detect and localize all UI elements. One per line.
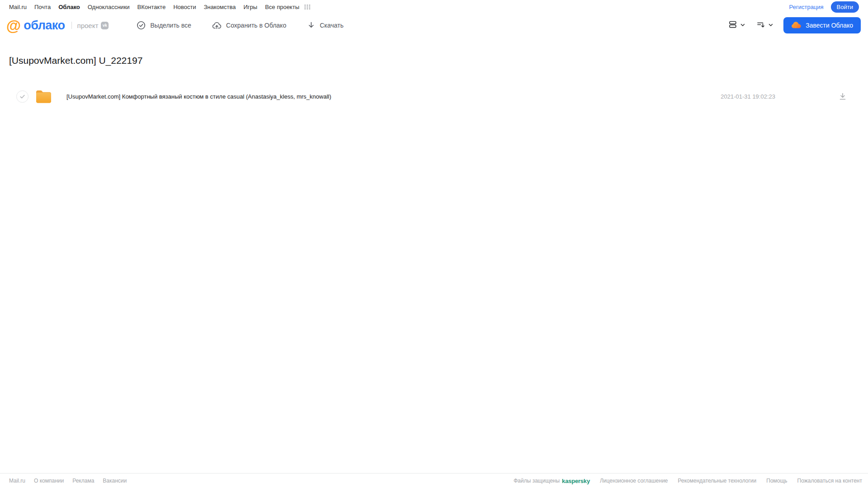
topnav-link-mailru[interactable]: Mail.ru (9, 4, 27, 10)
footer-link-recommendations[interactable]: Рекомендательные технологии (678, 478, 757, 484)
footer-link-report-content[interactable]: Пожаловаться на контент (797, 478, 862, 484)
chevron-down-icon (768, 21, 773, 29)
footer-link-vakansii[interactable]: Вакансии (103, 478, 127, 484)
protected-label: Файлы защищены (513, 478, 560, 484)
check-circle-icon (137, 21, 146, 30)
download-button[interactable]: Скачать (307, 21, 344, 30)
top-utility-nav: Mail.ru Почта Облако Одноклассники ВКонт… (0, 0, 868, 14)
project-label: проект (77, 22, 99, 29)
footer-bar: Mail.ru О компании Реклама Вакансии Файл… (0, 473, 868, 488)
select-all-label: Выделить все (150, 22, 191, 29)
row-checkbox[interactable] (16, 90, 28, 103)
topnav-link-oblako[interactable]: Облако (58, 4, 80, 10)
save-to-cloud-button[interactable]: Сохранить в Облако (212, 21, 286, 30)
page-title: [UsupovMarket.com] U_222197 (9, 55, 859, 66)
get-cloud-label: Завести Облако (806, 22, 853, 29)
login-button[interactable]: Войти (831, 1, 859, 13)
cloud-icon (791, 21, 802, 30)
topnav-link-vkontakte[interactable]: ВКонтакте (138, 4, 166, 10)
file-date: 2021-01-31 19:02:23 (721, 93, 775, 100)
select-all-button[interactable]: Выделить все (137, 21, 191, 30)
footer-link-reklama[interactable]: Реклама (72, 478, 94, 484)
main-content: [UsupovMarket.com] U_222197 (0, 37, 868, 106)
kaspersky-protected: Файлы защищены kaspersky (513, 478, 590, 484)
file-toolbar: Выделить все Сохранить в Облако Скачать (137, 21, 343, 30)
chevron-down-icon (740, 21, 745, 29)
download-arrow-icon (307, 21, 315, 30)
mailru-at-icon: @ (6, 18, 21, 33)
view-mode-dropdown[interactable] (728, 20, 745, 31)
save-to-cloud-label: Сохранить в Облако (226, 22, 286, 29)
file-name[interactable]: [UsupovMarket.com] Комфортный вязаный ко… (66, 93, 721, 100)
download-label: Скачать (320, 22, 344, 29)
cloud-upload-icon (212, 21, 222, 30)
logo-divider (71, 22, 72, 29)
topnav-link-novosti[interactable]: Новости (173, 4, 196, 10)
topnav-link-znakomstva[interactable]: Знакомства (204, 4, 236, 10)
header-bar: @ облако проект vk Выделить все Сохранит… (0, 14, 868, 37)
header-right-controls: Завести Облако (728, 17, 861, 33)
topnav-link-vse-proekty[interactable]: Все проекты (265, 4, 299, 10)
topnav-link-pochta[interactable]: Почта (34, 4, 51, 10)
topnav-link-igry[interactable]: Игры (243, 4, 257, 10)
sort-dropdown[interactable] (756, 20, 773, 31)
file-row[interactable]: [UsupovMarket.com] Комфортный вязаный ко… (9, 86, 859, 106)
footer-right-links: Файлы защищены kaspersky Лицензионное со… (513, 478, 862, 484)
sort-icon (756, 20, 765, 31)
footer-left-links: Mail.ru О компании Реклама Вакансии (9, 478, 127, 484)
list-view-icon (728, 20, 737, 31)
footer-link-license[interactable]: Лицензионное соглашение (600, 478, 668, 484)
footer-link-help[interactable]: Помощь (766, 478, 787, 484)
topnav-link-odnoklassniki[interactable]: Одноклассники (88, 4, 130, 10)
file-list: [UsupovMarket.com] Комфортный вязаный ко… (9, 86, 859, 106)
cloud-logo[interactable]: @ облако проект vk (6, 18, 109, 33)
footer-link-o-kompanii[interactable]: О компании (34, 478, 64, 484)
apps-grid-icon[interactable] (304, 5, 311, 9)
footer-link-mailru[interactable]: Mail.ru (9, 478, 25, 484)
vk-badge-icon: vk (101, 22, 109, 29)
row-download-icon[interactable] (839, 92, 847, 100)
get-cloud-button[interactable]: Завести Облако (783, 17, 861, 33)
folder-icon (36, 90, 52, 104)
registration-link[interactable]: Регистрация (789, 4, 824, 10)
logo-text: облако (24, 19, 65, 33)
kaspersky-logo[interactable]: kaspersky (562, 478, 590, 484)
